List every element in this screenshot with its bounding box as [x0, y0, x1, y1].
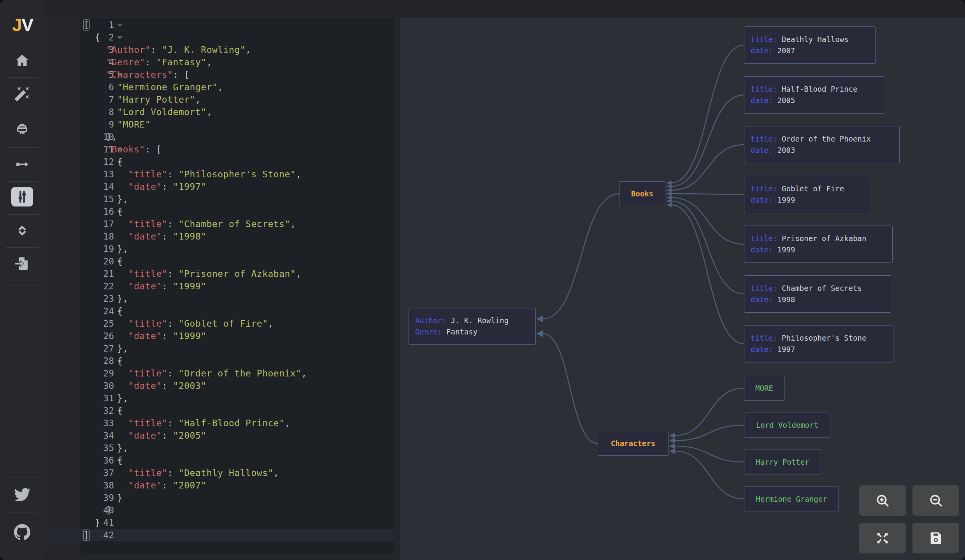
book-prisoner-of-azkaban[interactable]: title: Prisoner of Azkabandate: 1999	[744, 226, 893, 263]
zoom-in-button[interactable]	[859, 485, 906, 516]
node-row: title: Half-Blood Prince	[744, 84, 884, 95]
book-deathly-hallows[interactable]: title: Deathly Hallowsdate: 2007	[744, 26, 876, 64]
sidebar-divider	[6, 43, 39, 43]
editor-line-40[interactable]: 40 ]	[45, 504, 394, 516]
edge-arrowhead-icon	[537, 315, 543, 322]
home-icon	[14, 52, 30, 69]
sidebar-divider	[6, 147, 39, 148]
sidebar-item-filters[interactable]	[11, 187, 33, 206]
node-label: Hermione Granger	[756, 495, 827, 503]
editor-line-21[interactable]: 21 "title": "Prisoner of Azkaban",	[45, 268, 394, 280]
fullscreen-icon	[875, 530, 890, 546]
editor-line-42[interactable]: 42]	[45, 529, 394, 541]
node-row: date: 1998	[744, 294, 891, 305]
book-order-of-the-phoenix[interactable]: title: Order of the Phoenixdate: 2003	[744, 126, 900, 163]
sidebar-item-auto-format[interactable]	[13, 84, 32, 103]
edge-arrowhead-icon	[669, 448, 675, 454]
editor-line-8[interactable]: 8 "Lord Voldemort",	[45, 106, 394, 118]
author-node[interactable]: Author: J. K. RowlingGenre: Fantasy	[409, 308, 536, 345]
editor-line-33[interactable]: 33 "title": "Half-Blood Prince",	[45, 417, 394, 429]
editor-line-41[interactable]: 41 }	[45, 516, 394, 529]
editor-line-24[interactable]: 24 {	[45, 305, 394, 317]
book-philosophers-stone[interactable]: title: Philosopher's Stonedate: 1997	[744, 325, 893, 362]
app-logo[interactable]: JV	[0, 14, 45, 35]
editor-line-7[interactable]: 7 "Harry Potter",	[45, 93, 394, 106]
editor-line-31[interactable]: 31 },	[45, 392, 394, 404]
book-chamber-of-secrets[interactable]: title: Chamber of Secretsdate: 1998	[744, 275, 891, 313]
characters-node[interactable]: Characters	[598, 431, 668, 456]
code-text: {	[84, 31, 100, 44]
book-half-blood-prince[interactable]: title: Half-Blood Princedate: 2005	[744, 76, 884, 114]
char-harry-potter[interactable]: Harry Potter	[744, 450, 821, 474]
editor-line-15[interactable]: 15 },	[45, 193, 394, 205]
editor-line-14[interactable]: 14 "date": "1997"	[45, 180, 394, 193]
sidebar-divider	[6, 478, 39, 478]
books-node[interactable]: Books	[619, 181, 665, 206]
code-text: {	[84, 355, 123, 367]
code-text: [	[84, 19, 89, 31]
editor-line-23[interactable]: 23 },	[45, 292, 394, 305]
sidebar-item-fold[interactable]	[13, 221, 32, 240]
editor-line-1[interactable]: 1[	[45, 19, 394, 31]
editor-line-29[interactable]: 29 "title": "Order of the Phoenix",	[45, 367, 394, 380]
node-label: Lord Voldemort	[756, 421, 818, 429]
code-text: },	[84, 442, 128, 454]
sidebar-item-clear[interactable]	[13, 121, 32, 139]
editor-line-32[interactable]: 32 {	[45, 404, 394, 417]
editor-line-28[interactable]: 28 {	[45, 355, 394, 367]
graph-panel[interactable]: Author: J. K. RowlingGenre: FantasyBooks…	[400, 18, 965, 560]
editor-line-22[interactable]: 22 "date": "1999"	[45, 280, 394, 292]
editor-line-35[interactable]: 35 },	[45, 442, 394, 454]
sidebar-item-direction[interactable]	[13, 155, 32, 173]
editor-line-13[interactable]: 13 "title": "Philosopher's Stone",	[45, 168, 394, 180]
char-hermione-granger[interactable]: Hermione Granger	[744, 486, 839, 511]
zoom-in-icon	[875, 493, 890, 508]
fold-toggle-icon[interactable]	[117, 36, 123, 39]
char-lord-voldemort[interactable]: Lord Voldemort	[744, 413, 830, 438]
editor-line-2[interactable]: 2 {	[45, 31, 394, 44]
code-text: "title": "Goblet of Fire",	[84, 317, 274, 330]
editor-line-17[interactable]: 17 "title": "Chamber of Secrets",	[45, 218, 394, 230]
editor-line-9[interactable]: 9 "MORE"	[45, 118, 394, 131]
editor-line-6[interactable]: 6 "Hermione Granger",	[45, 81, 394, 93]
editor-line-20[interactable]: 20 {	[45, 255, 394, 268]
graph-edge	[672, 201, 744, 294]
editor-line-34[interactable]: 34 "date": "2005"	[45, 429, 394, 442]
line-number: 42	[45, 529, 114, 541]
book-goblet-of-fire[interactable]: title: Goblet of Firedate: 1999	[744, 176, 870, 213]
editor-line-36[interactable]: 36 {	[45, 454, 394, 467]
save-button[interactable]	[912, 523, 959, 553]
zoom-out-button[interactable]	[912, 485, 959, 516]
edge-arrowhead-icon	[669, 433, 675, 438]
editor-line-11[interactable]: 11 "Books": [	[45, 143, 394, 156]
editor-line-25[interactable]: 25 "title": "Goblet of Fire",	[45, 317, 394, 330]
sidebar-item-import[interactable]	[13, 254, 32, 273]
code-text: "MORE"	[84, 118, 151, 131]
editor-line-12[interactable]: 12 {	[45, 156, 394, 168]
fold-toggle-icon[interactable]	[117, 24, 123, 27]
panel-resize-handle[interactable]	[394, 18, 400, 560]
editor-line-26[interactable]: 26 "date": "1999"	[45, 330, 394, 342]
json-editor[interactable]: 1[2 {3 "Author": "J. K. Rowling",4 "Genr…	[45, 18, 394, 554]
code-text: }	[84, 492, 123, 504]
node-row: title: Deathly Hallows	[744, 34, 875, 45]
sidebar-item-home[interactable]	[13, 51, 32, 70]
sidebar-item-github[interactable]	[13, 523, 32, 541]
editor-line-39[interactable]: 39 }	[45, 492, 394, 504]
editor-line-27[interactable]: 27 },	[45, 342, 394, 355]
editor-line-10[interactable]: 10 ],	[45, 131, 394, 143]
editor-line-30[interactable]: 30 "date": "2003"	[45, 380, 394, 392]
editor-line-18[interactable]: 18 "date": "1998"	[45, 230, 394, 243]
editor-line-3[interactable]: 3 "Author": "J. K. Rowling",	[45, 44, 394, 56]
editor-line-16[interactable]: 16 {	[45, 205, 394, 218]
editor-line-5[interactable]: 5 "Characters": [	[45, 68, 394, 81]
editor-line-38[interactable]: 38 "date": "2007"	[45, 479, 394, 492]
fullscreen-button[interactable]	[859, 523, 906, 553]
sidebar-item-twitter[interactable]	[13, 485, 32, 504]
editor-line-19[interactable]: 19 },	[45, 243, 394, 255]
editor-line-4[interactable]: 4 "Genre": "Fantasy",	[45, 56, 394, 68]
node-row: date: 1999	[744, 194, 870, 206]
unfold-chevrons-icon	[14, 222, 30, 239]
editor-line-37[interactable]: 37 "title": "Deathly Hallows",	[45, 467, 394, 479]
char-more[interactable]: MORE	[744, 376, 784, 401]
